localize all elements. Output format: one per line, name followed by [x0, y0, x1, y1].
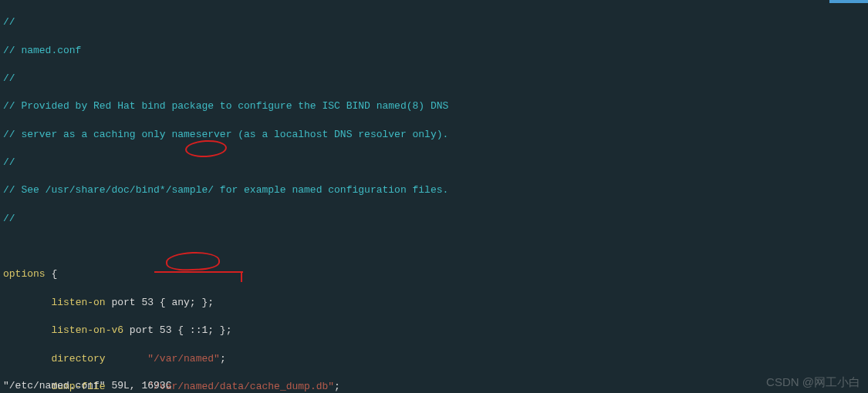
dump-file-val: "/var/named/data/cache_dump.db" [147, 381, 334, 392]
directory-key: directory [51, 353, 105, 364]
comment-line: // server as a caching only nameserver (… [3, 129, 448, 140]
brace: { [46, 268, 58, 280]
listen-on-key: listen-on [51, 297, 105, 308]
code-editor-viewport[interactable]: // // named.conf // // Provided by Red H… [0, 0, 868, 393]
directory-val: "/var/named" [147, 353, 220, 364]
listen-on-rest: port 53 { [106, 297, 172, 308]
pad [106, 353, 148, 364]
listen-on-v6-key: listen-on-v6 [51, 324, 123, 336]
comment-line: // See /usr/share/doc/bind*/sample/ for … [3, 184, 448, 196]
comment-line: // Provided by Red Hat bind package to c… [3, 100, 448, 112]
top-accent-bar [829, 0, 868, 3]
listen-on-end: }; [196, 297, 214, 308]
listen-on-any: any; [171, 297, 195, 308]
comment-line: // [3, 213, 15, 224]
vim-status-line: "/etc/named.conf" 59L, 1693C [3, 379, 171, 393]
options-keyword: options [3, 268, 46, 280]
semi: ; [334, 381, 340, 392]
comment-line: // [3, 72, 15, 84]
comment-line: // [3, 156, 15, 168]
csdn-watermark: CSDN @网工小白 [766, 374, 860, 390]
comment-line: // [3, 16, 15, 28]
comment-line: // named.conf [3, 45, 81, 56]
semi: ; [220, 353, 226, 364]
listen-on-v6-rest: port 53 { ::1; }; [123, 324, 231, 336]
